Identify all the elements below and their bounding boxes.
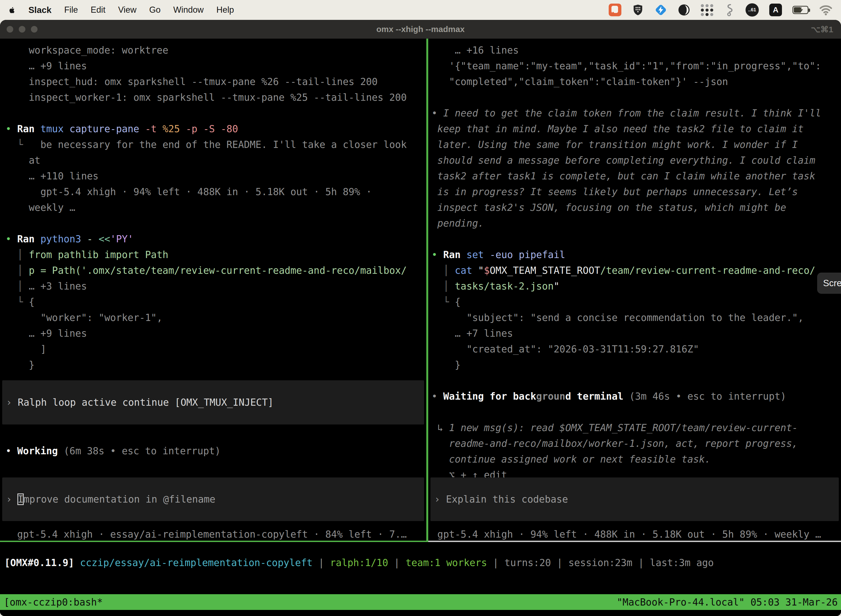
terminal-line: "completed","claim_token":"claim-token"}… [432,74,838,90]
terminal-line [432,404,838,420]
omx-hud-line: [OMX#0.11.9] cczip/essay/ai-reimplementa… [0,555,841,571]
terminal-text: (6m 38s • esc to interrupt) [58,446,221,456]
menu-item-go[interactable]: Go [149,5,161,15]
minimize-button[interactable] [19,26,25,32]
terminal-text: } [432,359,460,370]
terminal-line: … +16 lines [432,43,838,58]
terminal-text: pending. [432,218,484,229]
input-source-icon[interactable]: A [769,3,782,17]
terminal-text: p = Path('.omx/state/team/review-current… [29,265,407,276]
bolt-diamond-icon[interactable] [655,3,667,17]
menu-item-window[interactable]: Window [173,5,204,15]
menu-item-file[interactable]: File [64,5,78,15]
terminal-text: Ran [17,123,40,134]
window-titlebar[interactable]: omx --xhigh --madmax ⌥⌘1 [0,20,841,39]
terminal-line: task2 after task1 is complete, but can I… [432,168,838,184]
terminal-line: workspace_mode: worktree [6,43,421,58]
terminal-text: • [432,108,443,119]
terminal-text: " [478,265,484,276]
terminal-text: └ [432,296,455,308]
menu-item-edit[interactable]: Edit [91,5,105,15]
terminal-text: … +3 lines [29,281,87,292]
squiggle-hook-icon[interactable] [724,3,735,17]
crescent-contrast-icon[interactable] [678,3,690,17]
terminal-line: › Improve documentation in @filename [6,491,420,507]
terminal-text: 1 new msg(s): read $OMX_TEAM_STATE_ROOT/… [449,422,798,433]
percent-badge-icon[interactable]: ..61 [746,3,759,17]
tmux-host-clock-label: "MacBook-Pro-44.local" 05:03 31-Mar-26 [617,597,838,608]
zoom-button[interactable] [31,26,38,32]
terminal-text: … +9 lines [6,60,87,72]
tmux-pane-left[interactable]: workspace_mode: worktree … +9 lines insp… [0,39,426,541]
terminal-text: team:1 workers [406,557,493,568]
terminal-line: inspect_worker-1: omx sparkshell --tmux-… [6,90,421,106]
prompt-input-left[interactable]: › Improve documentation in @filename [2,477,424,521]
terminal-text: | [557,557,568,568]
terminal-text: │ [6,281,29,292]
terminal-line: └ { [432,294,838,310]
terminal-text: { [455,296,460,308]
battery-charging-icon[interactable] [793,3,809,17]
terminal-text: ralph:1/10 [330,557,394,568]
terminal-text: tmux [40,123,63,134]
terminal-text: from pathlib import Path [29,249,168,260]
terminal-line [6,106,421,121]
pane-divider-vertical[interactable] [426,39,428,541]
terminal-line: • Ran set -euo pipefail [432,247,838,263]
terminal-text: keep that in mind. Maybe I also need the… [432,123,804,134]
terminal-text: gpt-5.4 xhigh · essay/ai-reimplementatio… [6,529,407,540]
terminal-text: later. Using the same for transition mig… [432,139,798,150]
wifi-icon[interactable] [819,3,833,17]
terminal-text: groun [536,391,565,402]
traffic-light-buttons[interactable] [7,26,38,32]
prompt-input-right[interactable]: › Explain this codebase [431,477,839,521]
terminal-text: └ [6,139,40,150]
terminal-line: … +9 lines [6,326,421,342]
terminal-line: │ … +3 lines [6,279,421,294]
terminal-text: mprove documentation in @filename [23,494,215,505]
dots-grid-icon[interactable] [701,3,714,17]
terminal-text: ] [6,343,46,355]
terminal-line: inspect task2's JSON, focusing on the st… [432,200,838,216]
terminal-line: • Ran python3 - <<'PY' [6,231,421,247]
terminal-text: … +7 lines [432,328,513,339]
screen-recording-icon[interactable] [609,3,621,17]
terminal-text: • [432,249,443,260]
terminal-text: … +16 lines [432,45,519,56]
terminal-text: › [6,494,18,505]
menu-bar-left: Slack FileEditViewGoWindowHelp [8,5,234,15]
terminal-text: • [432,391,443,402]
terminal-text: "worker": "worker-1", [6,312,163,323]
close-button[interactable] [7,26,13,32]
terminal-line: } [6,357,421,373]
terminal-text: I need to get the claim token from the c… [443,108,821,119]
terminal-text: capture-pane [64,123,139,134]
terminal-line: "created_at": "2026-03-31T11:59:27.816Z" [432,342,838,357]
window-title: omx --xhigh --madmax [377,25,464,34]
terminal-text: Working [17,446,58,456]
shield-keypad-icon[interactable] [632,3,644,17]
text-cursor: I [18,494,23,505]
terminal-text: inspect_hud: omx sparkshell --tmux-pane … [6,76,378,87]
menu-item-view[interactable]: View [118,5,136,15]
terminal-line: continue assigned work or next feasible … [432,452,838,467]
terminal-line [432,373,838,389]
terminal-line: • I need to get the claim token from the… [432,106,838,121]
terminal-text: at [6,155,40,166]
tmux-pane-right[interactable]: … +16 lines '{"team_name":"my-team","tas… [428,39,841,541]
terminal-line: │ tasks/task-2.json" [432,279,838,294]
terminal-line: readme-and-reco/mailbox/worker-1.json, a… [432,436,838,452]
terminal-text: Ralph loop active continue [OMX_TMUX_INJ… [18,397,273,408]
terminal-line: ] [6,342,421,357]
menu-item-help[interactable]: Help [216,5,234,15]
terminal-text: Ran [443,249,466,260]
apple-menu-icon[interactable] [8,6,16,14]
terminal-text: "completed","claim_token":"claim-token"}… [432,76,728,87]
terminal-line: pending. [432,216,838,231]
terminal-text: | [318,557,330,568]
terminal-text: (3m 46s • esc to interrupt) [623,391,786,402]
app-menu-slack[interactable]: Slack [28,5,51,15]
terminal-line: later. Using the same for transition mig… [432,137,838,153]
terminal-line: weekly … [6,200,421,216]
terminal-line: gpt-5.4 xhigh · essay/ai-reimplementatio… [6,527,421,541]
